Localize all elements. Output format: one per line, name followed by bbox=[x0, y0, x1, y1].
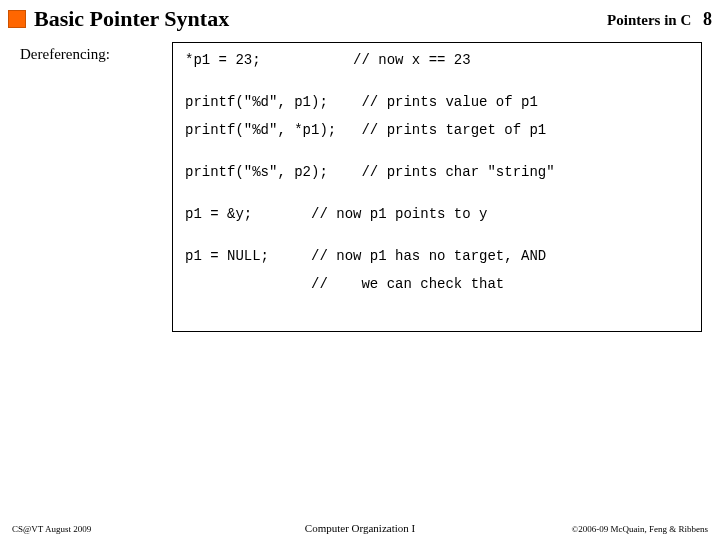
section-label: Pointers in C bbox=[607, 12, 691, 28]
slide-header: Basic Pointer Syntax Pointers in C 8 bbox=[0, 0, 720, 36]
page-number: 8 bbox=[703, 9, 712, 29]
slide-content: Dereferencing: *p1 = 23; // now x == 23 … bbox=[0, 36, 720, 332]
header-right: Pointers in C 8 bbox=[607, 9, 712, 30]
slide-footer: CS@VT August 2009 Computer Organization … bbox=[0, 524, 720, 534]
subheading: Dereferencing: bbox=[20, 46, 110, 63]
footer-left: CS@VT August 2009 bbox=[12, 524, 91, 534]
code-block: *p1 = 23; // now x == 23 printf("%d", p1… bbox=[172, 42, 702, 332]
footer-right: ©2006-09 McQuain, Feng & Ribbens bbox=[571, 524, 708, 534]
bullet-icon bbox=[8, 10, 26, 28]
footer-center: Computer Organization I bbox=[305, 522, 415, 534]
slide-title: Basic Pointer Syntax bbox=[34, 6, 607, 32]
